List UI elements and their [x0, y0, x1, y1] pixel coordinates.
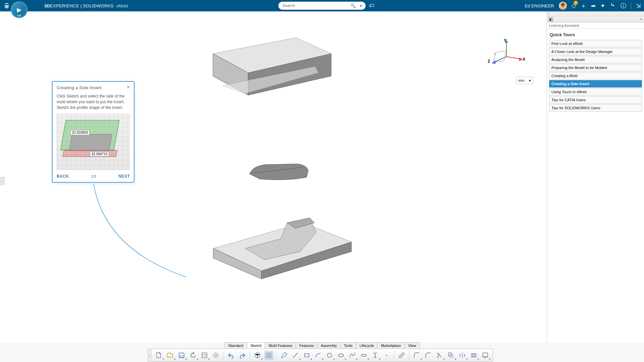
tool-pattern[interactable]: ▼ — [469, 351, 479, 360]
search-icon[interactable]: 🔍 — [348, 3, 358, 8]
command-tab[interactable]: Lifecycle — [356, 342, 378, 349]
panel-tab-strip[interactable]: › — [547, 11, 644, 16]
tool-open[interactable]: ▼ — [166, 351, 175, 360]
model-lower-mold — [197, 203, 365, 281]
chevron-down-icon: ▼ — [261, 358, 263, 360]
command-tab[interactable]: Features — [296, 342, 317, 349]
toolbar-separator — [409, 351, 410, 360]
collapse-icon[interactable]: ⇲ — [636, 2, 641, 9]
brand-prefix: 3D — [44, 3, 50, 8]
tool-project[interactable]: ▼ — [481, 351, 490, 360]
tool-measure[interactable] — [397, 351, 407, 360]
toolbar-separator — [394, 351, 394, 360]
chevron-down-icon: ▼ — [185, 358, 187, 360]
tool-offset[interactable]: ▼ — [446, 351, 456, 360]
triad-y-label: Y — [504, 38, 506, 43]
command-tab[interactable]: Mold Features — [265, 342, 296, 349]
tag-icon[interactable]: 🏷 — [369, 3, 374, 9]
expand-left-handle[interactable]: › — [0, 177, 5, 185]
step-progress: 2/3 — [91, 174, 96, 178]
tool-spline[interactable]: ▼ — [348, 351, 357, 360]
dimension-a: 52.503959 — [70, 130, 90, 135]
app-header: ▶ V.R 3DEXPERIENCE | SOLIDWORKS xMold 🔍 … — [0, 0, 644, 11]
tool-point[interactable] — [382, 351, 391, 360]
tool-save[interactable]: ▼ — [177, 351, 186, 360]
back-button[interactable]: BACK — [57, 174, 69, 179]
units-dropdown[interactable]: mm▾ — [516, 77, 533, 84]
dialog-title: Creating a Side Insert — [57, 85, 130, 90]
svg-rect-14 — [180, 356, 183, 358]
tool-circle[interactable]: ▼ — [325, 351, 334, 360]
tool-redo[interactable] — [238, 351, 247, 360]
tool-arc[interactable]: ▼ — [314, 351, 323, 360]
tool-edit-sketch[interactable] — [279, 351, 289, 360]
notification-icon[interactable]: ◇2 — [572, 2, 576, 9]
command-tab[interactable]: Sketch — [247, 342, 265, 349]
app-name: xMold — [116, 3, 128, 8]
svg-point-20 — [338, 354, 343, 357]
search-dropdown-icon[interactable]: ▾ — [358, 3, 364, 8]
brand-main: EXPERIENCE — [50, 3, 79, 8]
tour-item[interactable]: First Look at xMold — [549, 40, 642, 47]
tool-trim[interactable]: ▼ — [435, 351, 444, 360]
command-tab[interactable]: Assembly — [317, 342, 341, 349]
brand-suffix: | SOLIDWORKS — [79, 3, 114, 8]
close-icon[interactable]: ✕ — [126, 84, 130, 90]
command-tab[interactable]: Marketplace — [377, 342, 405, 349]
user-name[interactable]: Ed ENGINEER — [525, 3, 554, 8]
tour-list: First Look at xMoldA Closer Look at the … — [547, 40, 644, 112]
chevron-down-icon: ▾ — [529, 78, 531, 83]
command-tab[interactable]: Tools — [340, 342, 356, 349]
tool-undo[interactable] — [226, 351, 236, 360]
next-button[interactable]: NEXT — [118, 174, 130, 179]
model-molded-part — [246, 161, 313, 184]
tool-text[interactable]: ▼ — [371, 351, 380, 360]
tour-item[interactable]: Creating a Side Insert — [549, 80, 642, 87]
command-tab[interactable]: View — [405, 342, 420, 349]
tool-new[interactable]: ▼ — [154, 351, 164, 360]
command-tab[interactable]: Standard — [225, 342, 247, 349]
tool-fillet-sk[interactable]: ▼ — [412, 351, 422, 360]
toolbar-expand-handle[interactable]: « — [148, 349, 151, 362]
tool-mirror[interactable]: ▼ — [458, 351, 467, 360]
network-icon[interactable]: ✦ — [600, 2, 605, 9]
tour-item[interactable]: Using Touch in xMold — [549, 88, 642, 96]
avatar[interactable] — [559, 2, 567, 10]
ds-logo — [2, 1, 11, 10]
chevron-down-icon: ▼ — [420, 358, 423, 360]
svg-rect-17 — [266, 353, 271, 358]
tool-chamfer-sk[interactable] — [424, 351, 433, 360]
tool-grid[interactable] — [264, 351, 274, 360]
search-input[interactable] — [282, 3, 348, 8]
tour-item[interactable]: Tips for CATIA Users — [549, 96, 642, 104]
compass-widget[interactable]: ▶ V.R — [11, 1, 28, 18]
help-icon[interactable]: ⓘ — [621, 2, 626, 10]
tool-update[interactable]: ▼ — [189, 351, 198, 360]
share-icon[interactable]: ➦ — [591, 2, 596, 9]
tool-ellipse[interactable]: ▼ — [336, 351, 346, 360]
chevron-down-icon: ▼ — [443, 358, 445, 360]
model-upper-mold — [197, 35, 338, 102]
tour-item[interactable]: A Closer Look at the Design Manager — [549, 48, 642, 55]
svg-rect-21 — [361, 354, 366, 356]
tour-item[interactable]: Tips for SOLIDWORKS Users — [549, 104, 642, 112]
tool-view-orient[interactable]: ▼ — [253, 351, 262, 360]
add-icon[interactable]: ＋ — [581, 2, 586, 10]
search-box[interactable]: 🔍 ▾ — [278, 2, 366, 10]
tool-properties[interactable]: ▼ — [200, 351, 209, 360]
tool-line[interactable]: ▼ — [291, 351, 300, 360]
panel-collapse-arrow[interactable]: ‹ — [494, 51, 496, 57]
tool-settings[interactable] — [211, 351, 221, 360]
tour-item[interactable]: Analyzing the Model — [549, 56, 642, 63]
toolbar-separator — [223, 351, 224, 360]
tour-item[interactable]: Preparing the Model to be Molded — [549, 64, 642, 71]
panel-close-icon[interactable]: ✕ — [640, 17, 643, 21]
tool-rect[interactable]: ▼ — [302, 351, 312, 360]
assistant-tab-icon[interactable]: ◧ — [548, 17, 553, 22]
chevron-down-icon: ▼ — [477, 358, 480, 360]
3d-viewport[interactable]: › — [0, 11, 547, 343]
tool-slot[interactable]: ▼ — [359, 351, 369, 360]
triad-z-label: Z — [488, 59, 490, 64]
tour-item[interactable]: Creating a Mold — [549, 72, 642, 79]
collab-icon[interactable] — [610, 2, 616, 10]
